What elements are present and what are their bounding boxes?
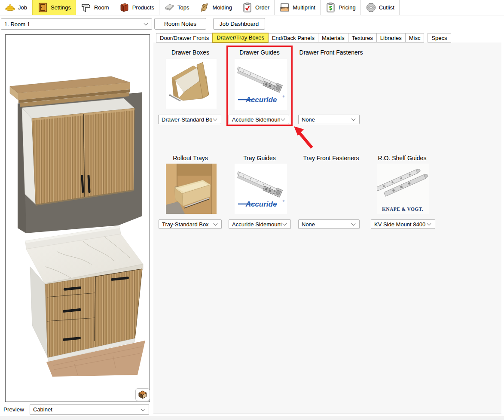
tray-guides-title: Tray Guides <box>225 155 294 161</box>
ro-shelf-guides-title: R.O. Shelf Guides <box>368 155 437 161</box>
toolbar-molding-button[interactable]: Molding <box>194 0 237 15</box>
tab-libraries[interactable]: Libraries <box>376 33 406 43</box>
toolbar-pricing-label: Pricing <box>339 4 356 11</box>
toolbar-tops-button[interactable]: Tops <box>159 0 194 15</box>
chevron-down-icon <box>141 407 145 411</box>
panel-bottom-divider <box>153 414 501 414</box>
chevron-down-icon <box>283 222 287 226</box>
svg-text:$: $ <box>329 5 333 11</box>
toolbar-job-label: Job <box>18 4 27 11</box>
tray-guides-image: Accuride ® <box>235 164 287 214</box>
chevron-down-icon <box>427 222 431 226</box>
chevron-down-icon <box>351 222 356 226</box>
toolbar-room-button[interactable]: Room <box>76 0 114 15</box>
tab-textures[interactable]: Textures <box>348 33 377 43</box>
registered-mark: ® <box>283 200 285 202</box>
drawer-box-image <box>166 59 217 109</box>
toolbar-products-button[interactable]: Products <box>114 0 159 15</box>
drawer-guides-title: Drawer Guides <box>225 49 294 56</box>
tab-door-drawer-fronts[interactable]: Door/Drawer Fronts <box>156 33 213 43</box>
tray-front-fasteners-select[interactable]: None <box>298 219 360 229</box>
job-icon <box>5 2 15 13</box>
job-dashboard-button[interactable]: Job Dashboard <box>213 18 265 30</box>
preview-panel <box>5 34 150 402</box>
preview-select[interactable]: Cabinet <box>30 404 149 415</box>
chevron-down-icon <box>351 117 356 121</box>
toolbar-room-label: Room <box>94 4 109 11</box>
preview-mode-cube-button[interactable] <box>135 388 150 401</box>
order-icon <box>242 2 253 13</box>
room-icon <box>81 2 92 13</box>
products-icon <box>119 2 130 13</box>
toolbar-tops-label: Tops <box>177 4 189 11</box>
settings-tab-strip: Door/Drawer Fronts Drawer/Tray Boxes End… <box>156 33 451 43</box>
toolbar-order-button[interactable]: Order <box>237 0 275 15</box>
rollout-tray-image <box>166 164 217 214</box>
toolbar-multiprint-button[interactable]: Multiprint <box>275 0 321 15</box>
red-arrow-icon <box>293 125 316 150</box>
pricing-icon: $ <box>325 2 336 13</box>
tops-icon <box>164 2 175 13</box>
ro-shelf-guides-select[interactable]: KV Side Mount 8400 <box>371 219 435 229</box>
chevron-down-icon <box>144 21 148 26</box>
accuride-logo-text: Accuride <box>245 200 277 208</box>
tray-front-fasteners-title: Tray Front Fasteners <box>293 155 369 161</box>
toolbar-settings-button[interactable]: Settings <box>32 0 76 15</box>
cube-icon <box>138 390 147 399</box>
tab-misc[interactable]: Misc <box>405 33 425 43</box>
preview-label: Preview <box>3 406 24 413</box>
drawer-guides-select[interactable]: Accuride Sidemount 3 <box>229 115 289 124</box>
toolbar-pricing-button[interactable]: $ Pricing <box>321 0 361 15</box>
chevron-down-icon <box>214 222 218 226</box>
accuride-logo-text: Accuride <box>245 96 277 104</box>
tab-materials[interactable]: Materials <box>318 33 348 43</box>
tab-specs[interactable]: Specs <box>428 33 451 43</box>
drawer-boxes-title: Drawer Boxes <box>156 49 225 56</box>
toolbar-molding-label: Molding <box>212 4 232 11</box>
drawer-guides-image: Accuride ® <box>235 59 287 110</box>
room-notes-button[interactable]: Room Notes <box>154 18 206 30</box>
drawer-front-fasteners-title: Drawer Front Fasteners <box>293 49 369 56</box>
tray-guides-select[interactable]: Accuride Sidemount 3 <box>229 219 291 229</box>
toolbar-order-label: Order <box>255 4 269 11</box>
preview-select-value: Cabinet <box>30 406 140 413</box>
toolbar-products-label: Products <box>132 4 154 11</box>
cutlist-icon <box>366 2 376 13</box>
drawer-boxes-select[interactable]: Drawer-Standard Box <box>158 115 221 124</box>
settings-icon <box>37 2 48 13</box>
rollout-trays-title: Rollout Trays <box>156 155 225 161</box>
toolbar-settings-label: Settings <box>51 4 71 11</box>
room-select[interactable]: 1. Room 1 <box>1 18 152 30</box>
tab-drawer-tray-boxes[interactable]: Drawer/Tray Boxes <box>212 33 269 43</box>
rollout-trays-select[interactable]: Tray-Standard Box <box>159 219 222 229</box>
window-bottom-strip <box>0 417 504 420</box>
knape-vogt-logo-text: KNAPE & VOGT. <box>382 207 423 212</box>
kv-shelf-guides-image: KNAPE & VOGT. <box>377 164 429 214</box>
tab-end-back-panels[interactable]: End/Back Panels <box>268 33 318 43</box>
toolbar-job-button[interactable]: Job <box>0 0 32 15</box>
toolbar-multiprint-label: Multiprint <box>293 4 315 11</box>
multiprint-icon <box>279 2 290 13</box>
cabinet-3d-preview <box>6 35 150 402</box>
drawer-tray-boxes-panel: Drawer Boxes Drawer Guides Drawer Front … <box>153 43 501 414</box>
drawer-front-fasteners-select[interactable]: None <box>298 115 360 124</box>
toolbar-cutlist-label: Cutlist <box>379 4 394 11</box>
molding-icon <box>199 2 210 13</box>
toolbar-cutlist-button[interactable]: Cutlist <box>361 0 400 15</box>
main-toolbar: Job Settings Room Products Tops <box>0 0 504 15</box>
room-select-value: 1. Room 1 <box>1 21 143 27</box>
chevron-down-icon <box>213 117 217 121</box>
annotation-arrow <box>293 125 316 150</box>
chevron-down-icon <box>281 117 285 121</box>
registered-mark: ® <box>283 95 285 98</box>
